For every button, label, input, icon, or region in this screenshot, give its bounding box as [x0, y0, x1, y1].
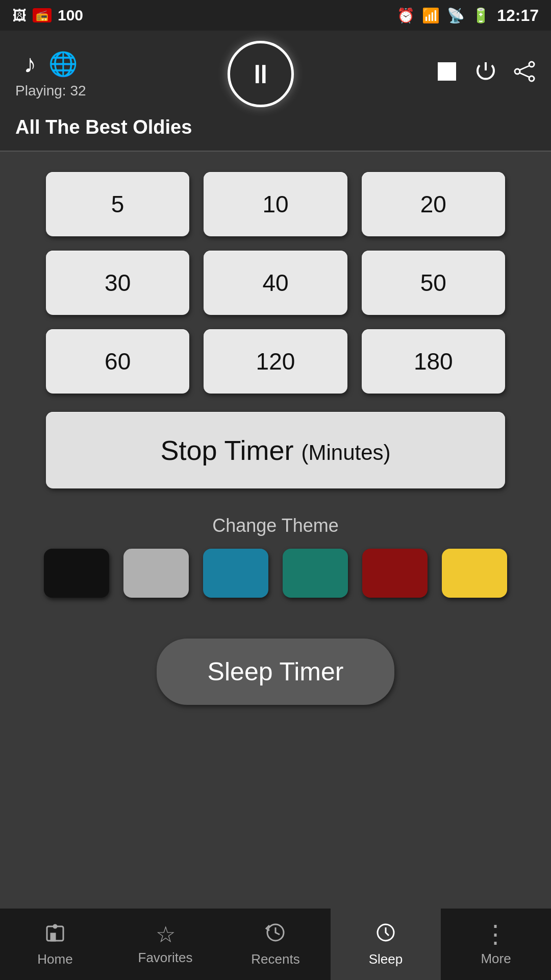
nav-more[interactable]: ⋮ More: [441, 909, 551, 980]
nav-sleep[interactable]: Sleep: [331, 909, 441, 980]
favorites-icon: ☆: [156, 923, 176, 946]
nav-favorites-label: Favorites: [138, 950, 193, 966]
player-left-section: ♪ 🌐 Playing: 32: [15, 49, 86, 99]
nav-sleep-label: Sleep: [369, 951, 403, 967]
timer-btn-10[interactable]: 10: [204, 172, 347, 236]
timer-btn-180[interactable]: 180: [362, 329, 505, 394]
radio-icon: 📻: [33, 8, 52, 22]
theme-dark-teal[interactable]: [283, 549, 348, 598]
pause-icon: ⏸: [247, 61, 274, 87]
stop-timer-sublabel: (Minutes): [302, 440, 391, 464]
nav-favorites[interactable]: ☆ Favorites: [110, 909, 220, 980]
player-header: ♪ 🌐 Playing: 32 ⏸: [0, 31, 551, 151]
change-theme-label: Change Theme: [212, 515, 339, 536]
svg-line-5: [520, 73, 529, 77]
bottom-nav: Home ☆ Favorites Recents Sleep ⋮ More: [0, 909, 551, 980]
timer-btn-50[interactable]: 50: [362, 251, 505, 315]
nav-recents[interactable]: Recents: [220, 909, 331, 980]
nav-more-label: More: [481, 951, 511, 967]
timer-grid: 5 10 20 30 40 50 60 120 180: [46, 172, 505, 394]
svg-point-1: [529, 62, 534, 67]
timer-btn-30[interactable]: 30: [46, 251, 189, 315]
signal-icon: 📡: [447, 7, 465, 24]
svg-rect-0: [438, 62, 456, 81]
theme-colors-row: [44, 549, 507, 598]
battery-icon: 🔋: [472, 7, 490, 24]
svg-point-8: [54, 925, 57, 928]
change-theme-section: Change Theme: [31, 515, 520, 598]
theme-dark-red[interactable]: [362, 549, 428, 598]
stop-timer-button[interactable]: Stop Timer (Minutes): [46, 412, 505, 488]
player-controls-row: ♪ 🌐 Playing: 32 ⏸: [15, 41, 536, 107]
theme-yellow[interactable]: [442, 549, 507, 598]
svg-point-3: [515, 69, 520, 74]
timer-btn-120[interactable]: 120: [204, 329, 347, 394]
status-bar: 🖼 📻 100 ⏰ 📶 📡 🔋 12:17: [0, 0, 551, 31]
player-right-section: [436, 60, 536, 88]
theme-teal-blue[interactable]: [203, 549, 268, 598]
power-button[interactable]: [474, 60, 497, 88]
stop-timer-label: Stop Timer: [160, 435, 293, 465]
share-button[interactable]: [513, 60, 536, 88]
photo-icon: 🖼: [12, 7, 27, 24]
music-note-icon: ♪: [23, 49, 36, 79]
sleep-timer-label: Sleep Timer: [208, 657, 344, 686]
svg-rect-7: [51, 934, 55, 941]
timer-btn-20[interactable]: 20: [362, 172, 505, 236]
alarm-icon: ⏰: [397, 7, 415, 24]
nav-home-label: Home: [37, 951, 72, 967]
home-icon: [44, 921, 66, 947]
player-center: ⏸: [228, 41, 294, 107]
more-icon: ⋮: [483, 922, 509, 947]
wifi-icon: 📶: [422, 7, 440, 24]
playing-label: Playing: 32: [15, 83, 86, 99]
clock: 12:17: [497, 6, 539, 25]
battery-level: 100: [58, 7, 83, 24]
pause-button[interactable]: ⏸: [228, 41, 294, 107]
sleep-timer-button[interactable]: Sleep Timer: [157, 639, 395, 705]
station-name: All The Best Oldies: [15, 116, 192, 138]
theme-black[interactable]: [44, 549, 109, 598]
nav-home[interactable]: Home: [0, 909, 110, 980]
nav-recents-label: Recents: [251, 951, 299, 967]
globe-icon: 🌐: [48, 50, 78, 78]
timer-btn-40[interactable]: 40: [204, 251, 347, 315]
status-bar-left: 🖼 📻 100: [12, 7, 83, 24]
stop-button[interactable]: [436, 60, 458, 88]
status-bar-right: ⏰ 📶 📡 🔋 12:17: [397, 6, 539, 25]
svg-line-4: [520, 66, 529, 70]
sleep-icon: [374, 921, 397, 947]
timer-btn-60[interactable]: 60: [46, 329, 189, 394]
recents-icon: [264, 921, 287, 947]
timer-btn-5[interactable]: 5: [46, 172, 189, 236]
theme-gray[interactable]: [123, 549, 189, 598]
main-content: 5 10 20 30 40 50 60 120 180 Stop Timer (…: [0, 152, 551, 725]
svg-point-2: [529, 76, 534, 81]
